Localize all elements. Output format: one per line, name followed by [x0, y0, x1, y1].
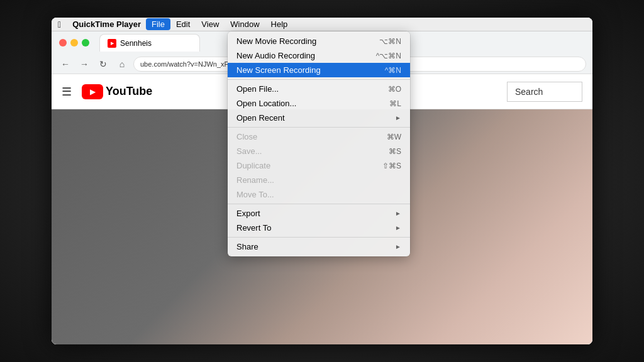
menu-separator-2 — [228, 127, 410, 128]
menu-new-movie-recording[interactable]: New Movie Recording ⌥⌘N — [228, 34, 410, 48]
app-name: QuickTime Player — [67, 19, 146, 29]
menu-open-location-shortcut: ⌘L — [389, 99, 401, 108]
menu-separator-4 — [228, 237, 410, 238]
apple-menu[interactable]:  — [52, 19, 67, 30]
file-menu: New Movie Recording ⌥⌘N New Audio Record… — [228, 31, 410, 256]
menubar-file[interactable]: File — [146, 18, 170, 30]
menubar-items: File Edit View Window Help — [146, 18, 293, 30]
menu-open-recent-arrow: ► — [395, 114, 401, 121]
menu-move-to-label: Move To... — [236, 190, 401, 199]
menu-save-shortcut: ⌘S — [389, 147, 401, 156]
menu-move-to: Move To... — [228, 187, 410, 202]
menu-save: Save... ⌘S — [228, 144, 410, 158]
menu-export-arrow: ► — [395, 210, 401, 217]
menubar-view[interactable]: View — [196, 18, 225, 30]
menu-share[interactable]: Share ► — [228, 239, 410, 254]
menu-share-label: Share — [236, 242, 395, 251]
menu-revert-to-label: Revert To — [236, 223, 395, 233]
menubar-window[interactable]: Window — [225, 18, 265, 30]
menu-close-shortcut: ⌘W — [387, 133, 401, 141]
menu-revert-to[interactable]: Revert To ► — [228, 221, 410, 235]
menu-rename: Rename... — [228, 173, 410, 187]
menu-open-location-label: Open Location... — [236, 99, 377, 108]
menu-open-recent[interactable]: Open Recent ► — [228, 111, 410, 125]
menu-duplicate-shortcut: ⇧⌘S — [382, 162, 401, 170]
menu-open-recent-label: Open Recent — [236, 113, 395, 123]
menubar-edit[interactable]: Edit — [170, 18, 196, 30]
menu-duplicate-label: Duplicate — [236, 161, 370, 170]
menu-separator-1 — [228, 79, 410, 80]
monitor-background:  QuickTime Player File Edit View Window… — [0, 0, 644, 362]
menu-new-movie-recording-label: New Movie Recording — [236, 36, 367, 46]
menu-open-file-label: Open File... — [236, 84, 375, 94]
menu-save-label: Save... — [236, 146, 376, 156]
menubar-help[interactable]: Help — [265, 18, 294, 30]
menu-open-location[interactable]: Open Location... ⌘L — [228, 96, 410, 111]
menu-new-screen-recording[interactable]: New Screen Recording ^⌘N — [228, 63, 410, 77]
menu-export[interactable]: Export ► — [228, 206, 410, 221]
menu-close-label: Close — [236, 132, 374, 141]
menu-revert-to-arrow: ► — [395, 224, 401, 231]
menu-duplicate: Duplicate ⇧⌘S — [228, 158, 410, 173]
menu-close: Close ⌘W — [228, 129, 410, 144]
menu-new-audio-recording[interactable]: New Audio Recording ^⌥⌘N — [228, 48, 410, 63]
menu-share-arrow: ► — [395, 243, 401, 250]
menu-separator-3 — [228, 204, 410, 204]
menu-export-label: Export — [236, 209, 395, 218]
menu-open-file-shortcut: ⌘O — [388, 85, 401, 94]
menu-new-screen-recording-shortcut: ^⌘N — [385, 66, 401, 75]
menu-rename-label: Rename... — [236, 175, 401, 185]
menu-new-screen-recording-label: New Screen Recording — [236, 65, 372, 75]
menubar:  QuickTime Player File Edit View Window… — [52, 18, 592, 31]
dropdown-overlay: New Movie Recording ⌥⌘N New Audio Record… — [52, 31, 592, 344]
menu-open-file[interactable]: Open File... ⌘O — [228, 82, 410, 96]
menu-new-audio-recording-shortcut: ^⌥⌘N — [376, 52, 401, 60]
menu-new-audio-recording-label: New Audio Recording — [236, 51, 364, 60]
screen:  QuickTime Player File Edit View Window… — [52, 18, 592, 344]
menu-new-movie-recording-shortcut: ⌥⌘N — [379, 37, 401, 46]
